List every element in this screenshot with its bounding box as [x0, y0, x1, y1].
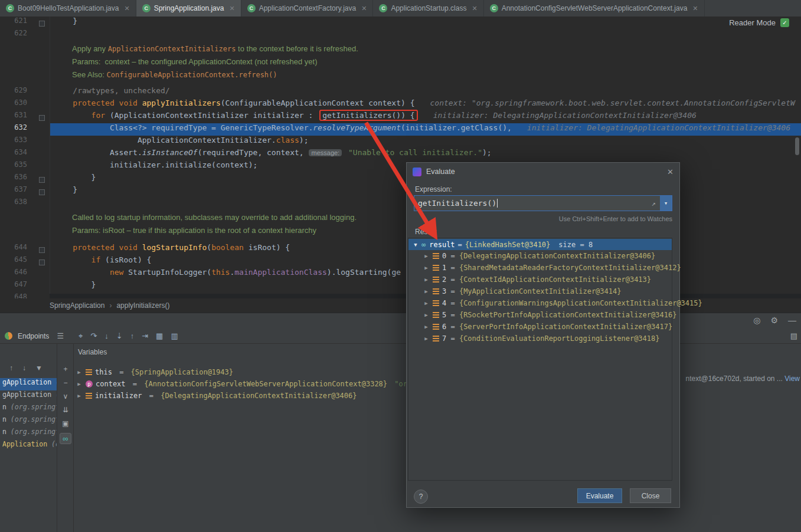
stack-frame-row[interactable]: gApplication (or: [0, 378, 57, 390]
chevron-collapsed-icon[interactable]: ▶: [423, 300, 430, 306]
dialog-titlebar[interactable]: Evaluate ✕: [407, 163, 679, 180]
reader-mode-check-icon[interactable]: ✓: [780, 18, 789, 27]
step-into-icon[interactable]: ↓: [104, 331, 109, 341]
stack-frame-row[interactable]: gApplication (or: [0, 390, 57, 403]
chevron-collapsed-icon[interactable]: ▶: [76, 381, 83, 387]
tab-close-icon[interactable]: ✕: [361, 5, 367, 12]
close-icon[interactable]: ✕: [667, 168, 674, 176]
result-child-row[interactable]: ▶5 = {RSocketPortInfoApplicationContextI…: [408, 309, 672, 321]
chevron-down-icon[interactable]: ∨: [63, 392, 68, 400]
force-step-into-icon[interactable]: ⇣: [116, 331, 123, 341]
result-child-row[interactable]: ▶3 = {MyApplicationContextInitializer@34…: [408, 285, 672, 297]
stack-frame-row[interactable]: Application (com: [0, 440, 57, 452]
chevron-collapsed-icon[interactable]: ▶: [423, 277, 430, 283]
expression-input[interactable]: getInitializers() ↗ ▾: [414, 195, 672, 211]
tab-close-icon[interactable]: ✕: [124, 5, 129, 12]
show-execution-point-icon[interactable]: ⌖: [79, 331, 83, 341]
code-line: 644 protected void logStartupInfo(boolea…: [0, 243, 801, 255]
tab-close-icon[interactable]: ✕: [472, 5, 477, 12]
result-child-row[interactable]: ▶2 = {ContextIdApplicationContextInitial…: [408, 274, 672, 285]
chevron-collapsed-icon[interactable]: ▶: [423, 336, 430, 341]
breadcrumb-method[interactable]: applyInitializers(): [116, 301, 169, 310]
run-to-cursor-icon[interactable]: ⇥: [142, 331, 148, 341]
chevron-collapsed-icon[interactable]: ▶: [423, 253, 430, 259]
step-out-icon[interactable]: ↑: [130, 331, 135, 341]
chevron-collapsed-icon[interactable]: ▶: [423, 288, 430, 294]
code-line: Apply any ApplicationContextInitializers…: [0, 44, 801, 57]
fold-marker[interactable]: [39, 247, 45, 253]
editor-tab[interactable]: CApplicationContextFactory.java✕: [241, 0, 374, 17]
result-child-row[interactable]: ▶1 = {SharedMetadataReaderFactoryContext…: [408, 262, 672, 274]
filter-icon[interactable]: ▼: [35, 364, 42, 372]
code-segment: ConfigurableApplicationContext.refresh(): [107, 71, 277, 79]
code-line: See Also: ConfigurableApplicationContext…: [0, 70, 801, 83]
chevron-collapsed-icon[interactable]: ▶: [76, 369, 83, 375]
editor-scrollbar-thumb[interactable]: [795, 137, 799, 155]
fold-marker[interactable]: [39, 177, 45, 183]
equals: =: [446, 275, 459, 284]
code-line: 638: [0, 198, 801, 210]
chevron-collapsed-icon[interactable]: ▶: [423, 265, 430, 271]
evaluate-button[interactable]: Evaluate: [577, 488, 622, 503]
close-button[interactable]: Close: [630, 488, 671, 503]
line-number: 622: [0, 29, 27, 37]
expand-icon[interactable]: ↗: [648, 199, 660, 208]
fold-marker[interactable]: [39, 115, 45, 121]
chevron-collapsed-icon[interactable]: ▶: [423, 312, 430, 318]
tab-close-icon[interactable]: ✕: [692, 5, 698, 12]
tab-label: ApplicationStartup.class: [391, 4, 466, 12]
tab-close-icon[interactable]: ✕: [229, 5, 234, 12]
double-chevron-down-icon[interactable]: ⇊: [63, 406, 68, 414]
stack-frame-row[interactable]: n (org.springfram: [0, 403, 57, 415]
help-button[interactable]: ?: [414, 490, 428, 504]
hide-panel-icon[interactable]: —: [788, 316, 796, 325]
editor-tab[interactable]: CBoot09HelloTestApplication.java✕: [0, 0, 136, 17]
fold-marker[interactable]: [39, 189, 45, 195]
code-line: 622: [0, 29, 801, 41]
result-child-row[interactable]: ▶6 = {ServerPortInfoApplicationContextIn…: [408, 321, 672, 333]
target-icon[interactable]: ◎: [753, 316, 760, 325]
reader-mode-indicator[interactable]: Reader Mode ✓: [729, 18, 789, 27]
result-child-row[interactable]: ▶7 = {ConditionEvaluationReportLoggingLi…: [408, 333, 672, 344]
result-child-row[interactable]: ▶4 = {ConfigurationWarningsApplicationCo…: [408, 297, 672, 309]
chevron-expanded-icon[interactable]: ▼: [412, 242, 419, 248]
fold-marker[interactable]: [39, 260, 45, 265]
code-line: 632 Class<?> requiredType = GenericTypeR…: [0, 123, 801, 136]
next-frame-icon[interactable]: ↓: [22, 364, 26, 372]
stack-frame-row[interactable]: n (org.springfra.: [0, 428, 57, 440]
remove-icon[interactable]: −: [63, 379, 67, 387]
breadcrumb-class[interactable]: SpringApplication: [50, 301, 104, 310]
editor-tab[interactable]: CAnnotationConfigServletWebServerApplica…: [484, 0, 705, 17]
console-view-link[interactable]: View: [784, 375, 800, 383]
result-row[interactable]: ▼ ∞ result = {LinkedHashSet@3410} size =…: [408, 239, 672, 250]
code-line: 636 }: [0, 173, 801, 185]
code-editor[interactable]: 621 }622Apply any ApplicationContextInit…: [0, 17, 801, 298]
reader-mode-label[interactable]: Reader Mode: [729, 18, 776, 27]
history-dropdown-button[interactable]: ▾: [660, 196, 672, 211]
editor-tab[interactable]: CSpringApplication.java✕: [136, 0, 241, 17]
watches-infinity-icon[interactable]: ∞: [60, 433, 71, 444]
endpoints-icon[interactable]: [5, 332, 12, 340]
stack-frame-row[interactable]: n (org.springfra.: [0, 415, 57, 428]
layout-settings-icon[interactable]: ▤: [790, 331, 797, 340]
hamburger-menu-icon[interactable]: ☰: [57, 331, 64, 340]
editor-tab[interactable]: CApplicationStartup.class✕: [373, 0, 483, 17]
gear-icon[interactable]: ⚙: [770, 316, 778, 325]
code-segment: Params: context – the configured Applica…: [72, 57, 318, 66]
chevron-collapsed-icon[interactable]: ▶: [423, 324, 430, 330]
duplicate-icon[interactable]: ▣: [62, 419, 68, 428]
add-icon[interactable]: +: [63, 365, 67, 373]
code-segment: );: [482, 148, 492, 157]
table-view-icon[interactable]: ▦: [156, 331, 163, 341]
code-segment: resolveTypeArgument: [313, 123, 401, 132]
layout-columns-icon[interactable]: ▥: [171, 331, 178, 341]
code-segment: (ApplicationContextInitializer initializ…: [110, 111, 318, 120]
fold-marker[interactable]: [39, 21, 45, 27]
result-child-row[interactable]: ▶0 = {DelegatingApplicationContextInitia…: [408, 250, 672, 262]
step-over-icon[interactable]: ↷: [90, 331, 97, 341]
code-text: ApplicationContextInitializer.class);: [54, 136, 308, 145]
doc-comment: Params: context – the configured Applica…: [72, 57, 318, 66]
chevron-collapsed-icon[interactable]: ▶: [76, 393, 83, 399]
endpoints-tab-label[interactable]: Endpoints: [18, 332, 49, 340]
previous-frame-icon[interactable]: ↑: [9, 364, 13, 372]
